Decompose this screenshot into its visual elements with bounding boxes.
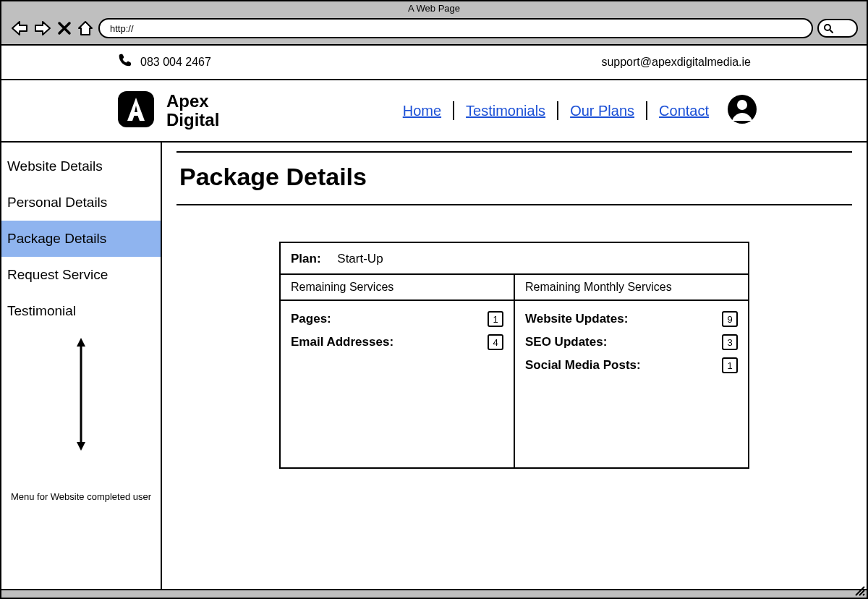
nav-separator [646, 101, 647, 120]
browser-search-button[interactable] [817, 19, 858, 38]
site-header: Apex Digital Home Testimonials Our Plans… [1, 80, 867, 143]
stat-pages: Pages: 1 [291, 311, 503, 327]
svg-point-4 [737, 100, 747, 110]
phone-number: 083 004 2467 [140, 56, 211, 69]
main-content: Package Details Plan: Start-Up Remaining… [162, 143, 867, 589]
logo-icon [117, 90, 155, 131]
nav-testimonials[interactable]: Testimonials [466, 103, 545, 119]
plan-label: Plan: [291, 252, 321, 265]
page-title: Package Details [176, 153, 852, 204]
pages-value-badge: 1 [488, 311, 503, 327]
emails-label: Email Addresses: [291, 335, 393, 349]
back-icon[interactable] [10, 20, 29, 37]
brand: Apex Digital [117, 90, 219, 131]
brand-line2: Digital [166, 111, 219, 129]
page-viewport: 083 004 2467 support@apexdigitalmedia.ie… [1, 44, 867, 598]
social-value-badge: 1 [722, 357, 738, 373]
resize-grip-icon[interactable] [854, 585, 865, 596]
updates-label: Website Updates: [525, 312, 628, 326]
stat-seo-updates: SEO Updates: 3 [525, 334, 738, 350]
search-icon [823, 23, 833, 33]
plan-row: Plan: Start-Up [281, 243, 748, 273]
nav-separator [557, 101, 558, 120]
sidebar-item-personal-details[interactable]: Personal Details [1, 184, 161, 221]
close-icon[interactable] [56, 20, 72, 36]
nav-separator [453, 101, 454, 120]
stat-website-updates: Website Updates: 9 [525, 311, 738, 327]
stat-social-posts: Social Media Posts: 1 [525, 357, 738, 373]
remaining-services-header: Remaining Services [281, 275, 514, 301]
seo-value-badge: 3 [722, 334, 738, 350]
nav-home[interactable]: Home [403, 103, 441, 119]
browser-toolbar: http:// [1, 15, 867, 44]
forward-icon[interactable] [33, 20, 52, 37]
browser-title: A Web Page [1, 1, 867, 15]
svg-rect-2 [118, 91, 154, 127]
plan-value: Start-Up [337, 252, 383, 265]
sidebar-item-request-service[interactable]: Request Service [1, 257, 161, 293]
updates-value-badge: 9 [722, 311, 738, 327]
sidebar-item-testimonial[interactable]: Testimonial [1, 293, 161, 329]
main-nav: Home Testimonials Our Plans Contact [403, 93, 758, 128]
browser-window: A Web Page http:// 083 004 2467 [0, 0, 868, 599]
vertical-arrow-icon [1, 329, 161, 459]
user-avatar-icon[interactable] [726, 93, 758, 128]
svg-line-1 [830, 30, 833, 33]
emails-value-badge: 4 [488, 334, 503, 350]
sidebar: Website Details Personal Details Package… [1, 143, 162, 589]
social-label: Social Media Posts: [525, 358, 641, 373]
contact-bar: 083 004 2467 support@apexdigitalmedia.ie [1, 46, 867, 80]
stat-emails: Email Addresses: 4 [291, 334, 503, 350]
remaining-services-column: Remaining Services Pages: 1 Email Addres… [281, 275, 515, 467]
home-icon[interactable] [77, 20, 94, 37]
monthly-services-column: Remaining Monthly Services Website Updat… [515, 275, 748, 467]
svg-line-8 [863, 594, 864, 595]
statusbar [1, 589, 867, 598]
url-text: http:// [110, 23, 134, 34]
phone-icon [117, 53, 133, 72]
nav-contact[interactable]: Contact [659, 103, 709, 119]
url-input[interactable]: http:// [98, 18, 813, 38]
sidebar-item-website-details[interactable]: Website Details [1, 148, 161, 184]
monthly-services-header: Remaining Monthly Services [515, 275, 748, 301]
seo-label: SEO Updates: [525, 335, 607, 349]
pages-label: Pages: [291, 312, 331, 326]
package-card: Plan: Start-Up Remaining Services Pages:… [279, 242, 749, 469]
nav-plans[interactable]: Our Plans [570, 103, 634, 119]
support-email: support@apexdigitalmedia.ie [601, 56, 751, 69]
sidebar-item-package-details[interactable]: Package Details [1, 221, 161, 257]
sidebar-note: Menu for Website completed user [1, 488, 161, 589]
brand-line1: Apex [166, 92, 219, 111]
